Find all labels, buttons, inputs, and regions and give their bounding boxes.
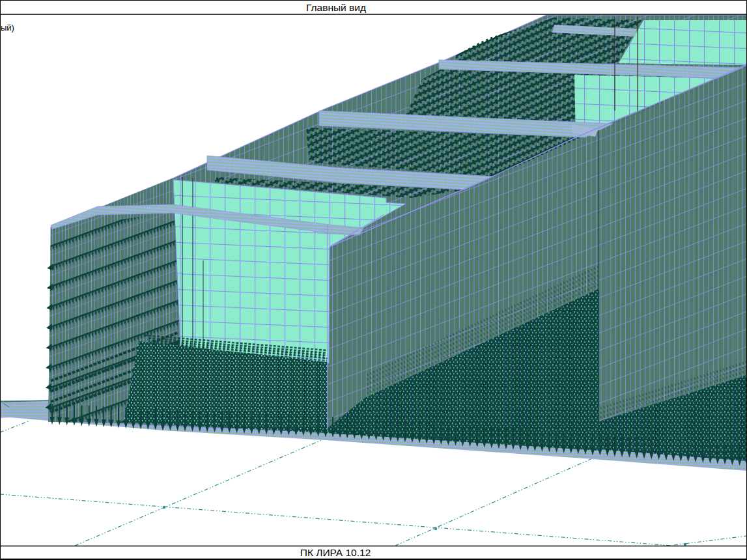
svg-text:ый): ый) bbox=[1, 23, 14, 33]
svg-text:Главный вид: Главный вид bbox=[306, 2, 366, 13]
svg-text:ПК ЛИРА 10.12: ПК ЛИРА 10.12 bbox=[300, 547, 371, 558]
